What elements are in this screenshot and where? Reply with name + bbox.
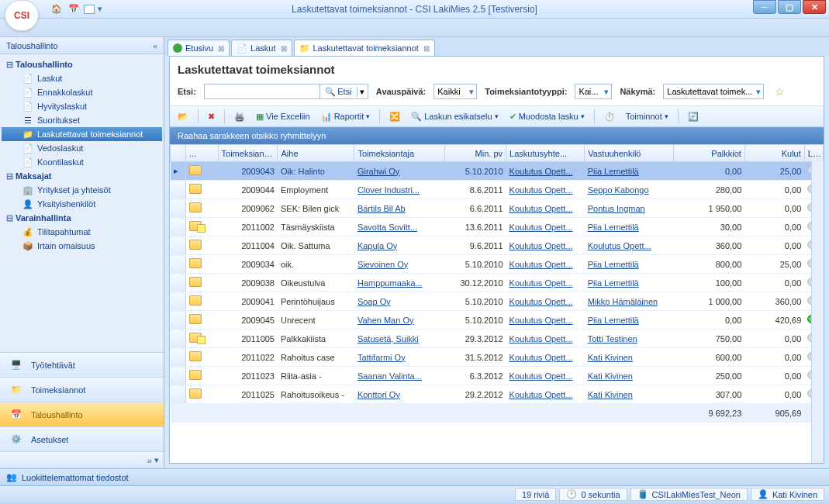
owner-link[interactable]: Piia Lemettilä [588, 260, 639, 269]
footer-bar[interactable]: 👥 Luokittelemattomat tiedostot [0, 468, 829, 485]
close-button[interactable]: ✕ [803, 0, 826, 14]
search-input[interactable] [205, 87, 320, 96]
delete-button[interactable]: ✖ [205, 109, 218, 124]
section-toimeksiannot[interactable]: 📁Toimeksiannot [0, 377, 164, 402]
tree-item-tilitapahtumat[interactable]: 💰Tilitapahtumat [2, 225, 162, 239]
pk-col[interactable]: Palkkiot [673, 145, 744, 162]
section-taloushallinto[interactable]: 📅Taloushallinto [0, 402, 164, 426]
tree-item-yksityis[interactable]: 👤Yksityishenkilöt [2, 197, 162, 211]
client-link[interactable]: Savotta Sovitt... [358, 223, 417, 232]
tab-laskut[interactable]: 📄Laskut⊠ [231, 40, 292, 56]
ly-col[interactable]: Laskutusyhte... [506, 145, 585, 162]
contact-link[interactable]: Koulutus Opett... [509, 241, 573, 250]
close-icon[interactable]: ⊠ [423, 44, 430, 53]
tree-item-ennakkolaskut[interactable]: 📄Ennakkolaskut [2, 85, 162, 99]
contact-link[interactable]: Koulutus Opett... [509, 278, 573, 288]
toiminnot-button[interactable]: Toiminnot [623, 109, 672, 124]
tree-item-laskut[interactable]: 📄Laskut [2, 71, 162, 85]
owner-link[interactable]: Seppo Kabongo [588, 185, 649, 195]
sidebar-footer[interactable]: » ▾ [0, 451, 164, 468]
client-link[interactable]: Kapula Oy [358, 241, 397, 250]
refresh-data-button[interactable]: 🔀 [386, 109, 403, 124]
search-button[interactable]: 🔍Etsi [320, 85, 357, 98]
owner-link[interactable]: Kati Kivinen [588, 353, 633, 362]
nakyma-select[interactable]: Laskutettavat toimek... [663, 84, 764, 99]
contact-link[interactable]: Koulutus Opett... [509, 204, 573, 213]
raportit-button[interactable]: 📊Raportit [318, 109, 374, 124]
owner-link[interactable]: Piia Lemettilä [588, 223, 639, 232]
icon-col[interactable]: ... [185, 145, 218, 162]
avauspaiva-select[interactable]: Kaikki [433, 84, 477, 99]
contact-link[interactable]: Koulutus Opett... [509, 167, 573, 176]
table-row[interactable]: 2009045UnrecentVahen Man Oy5.10.2010Koul… [171, 311, 824, 330]
tree-group-maksajat[interactable]: ⊟Maksajat [2, 169, 162, 183]
chevron-down-icon[interactable]: ▾ [154, 455, 159, 465]
tree-group-taloushallinto[interactable]: ⊟Taloushallinto [2, 57, 162, 71]
ta-col[interactable]: Toimeksiantaja [354, 145, 445, 162]
owner-link[interactable]: Koulutus Opett... [588, 241, 651, 250]
client-link[interactable]: Sievoinen Oy [358, 260, 408, 269]
tab-etusivu[interactable]: Etusivu⊠ [168, 40, 230, 56]
tab-laskutettavat[interactable]: 📁Laskutettavat toimeksiannot⊠ [294, 40, 435, 56]
owner-link[interactable]: Totti Testinen [588, 334, 637, 343]
star-icon[interactable]: ☆ [775, 85, 785, 98]
tree-item-suoritukset[interactable]: ☰Suoritukset [2, 113, 162, 127]
tree-item-koontilaskut[interactable]: 📄Koontilaskut [2, 155, 162, 169]
contact-link[interactable]: Koulutus Opett... [509, 371, 573, 381]
owner-link[interactable]: Piia Lemettilä [588, 316, 639, 325]
search-dropdown[interactable]: ▾ [357, 87, 368, 97]
table-row[interactable]: 2011004Oik. SattumaKapula Oy9.6.2011Koul… [171, 236, 824, 255]
group-panel[interactable]: Raahaa sarakkeen otsikko ryhmittelyyn [170, 127, 824, 144]
table-row[interactable]: 2009034oik.Sievoinen Oy5.10.2010Koulutus… [171, 255, 824, 274]
ku-col[interactable]: Kulut [744, 145, 804, 162]
l-col[interactable]: L... [804, 145, 823, 162]
client-link[interactable]: Saanan Valinta... [358, 371, 422, 381]
contact-link[interactable]: Koulutus Opett... [509, 260, 573, 269]
table-row[interactable]: 2011022Rahoitus caseTattifarmi Oy31.5.20… [171, 348, 824, 367]
sidebar-header[interactable]: Taloushallinto « [0, 37, 164, 54]
contact-link[interactable]: Koulutus Opett... [509, 390, 573, 399]
tree-item-laskutettavat[interactable]: 📁Laskutettavat toimeksiannot [2, 127, 162, 141]
collapse-icon[interactable]: « [153, 41, 157, 50]
client-link[interactable]: Soap Oy [358, 297, 391, 306]
table-row[interactable]: 2011023Riita-asia -Saanan Valinta...6.3.… [171, 367, 824, 385]
pv-col[interactable]: Min. pv [444, 145, 506, 162]
client-link[interactable]: Konttori Oy [358, 390, 400, 399]
tree-item-irtain[interactable]: 📦Irtain omaisuus [2, 239, 162, 253]
aihe-col[interactable]: Aihe [278, 145, 354, 162]
table-row[interactable]: 2009038OikeustulvaHamppumaaka...30.12.20… [171, 274, 824, 292]
contact-link[interactable]: Koulutus Opett... [509, 223, 573, 232]
vh-col[interactable]: Vastuuhenkilö [585, 145, 673, 162]
owner-link[interactable]: Kati Kivinen [588, 371, 633, 381]
client-link[interactable]: Clover Industri... [358, 185, 420, 195]
contact-link[interactable]: Koulutus Opett... [509, 353, 573, 362]
contact-link[interactable]: Koulutus Opett... [509, 334, 573, 343]
client-link[interactable]: Girahwi Oy [358, 167, 399, 176]
table-row[interactable]: 2009044EmploymentClover Industri...8.6.2… [171, 181, 824, 199]
client-link[interactable]: Satusetä, Suikki [358, 334, 419, 343]
table-row[interactable]: 2009062SEK: Bilen gickBärtils Bil Ab6.6.… [171, 199, 824, 218]
no-col[interactable]: Toimeksianton... [218, 145, 278, 162]
owner-link[interactable]: Piia Lemettilä [588, 278, 639, 288]
section-asetukset[interactable]: ⚙️Asetukset [0, 426, 164, 451]
client-link[interactable]: Vahen Man Oy [358, 316, 414, 325]
contact-link[interactable]: Koulutus Opett... [509, 316, 573, 325]
contact-link[interactable]: Koulutus Opett... [509, 185, 573, 195]
excel-button[interactable]: ▦Vie Exceliin [253, 109, 313, 124]
owner-link[interactable]: Piia Lemettilä [588, 167, 639, 176]
row-header-col[interactable] [171, 145, 186, 162]
timer-button[interactable]: ⏱️ [601, 109, 618, 124]
client-link[interactable]: Tattifarmi Oy [358, 353, 406, 362]
create-invoice-button[interactable]: ✔Muodosta lasku [506, 109, 588, 124]
owner-link[interactable]: Mikko Hämäläinen [588, 297, 658, 306]
section-tyotehtavat[interactable]: 🖥️Työtehtävät [0, 352, 164, 377]
minimize-button[interactable]: ─ [753, 0, 776, 14]
refresh-button[interactable]: 🔄 [685, 109, 702, 124]
table-row[interactable]: 2011025Rahoitusoikeus -Konttori Oy29.2.2… [171, 385, 824, 404]
table-row[interactable]: ▸2009043Oik: HalintoGirahwi Oy5.10.2010K… [171, 162, 824, 181]
vertical-scrollbar[interactable] [811, 161, 824, 463]
maximize-button[interactable]: ▢ [778, 0, 801, 14]
close-icon[interactable]: ⊠ [281, 44, 287, 53]
client-link[interactable]: Hamppumaaka... [358, 278, 423, 288]
tree-item-yritykset[interactable]: 🏢Yritykset ja yhteisöt [2, 183, 162, 197]
